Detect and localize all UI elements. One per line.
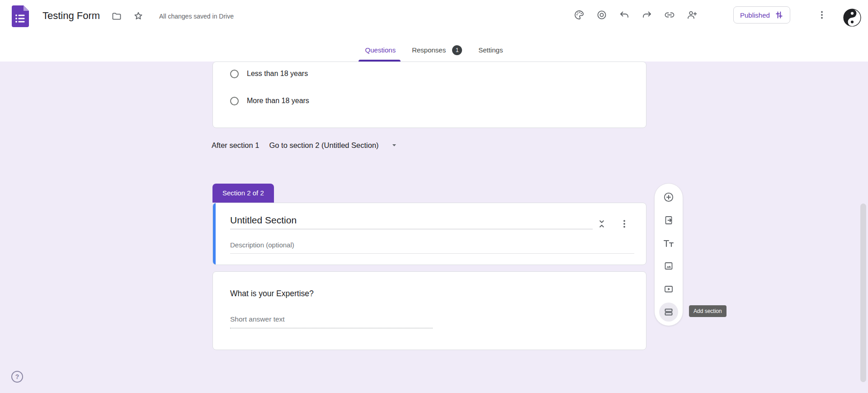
image-icon	[663, 260, 674, 271]
undo-icon	[619, 9, 630, 20]
selected-card-stripe	[213, 203, 216, 265]
section-branching-row: After section 1 Go to section 2 (Untitle…	[212, 138, 398, 152]
move-to-folder-button[interactable]	[108, 7, 126, 25]
add-section-icon	[663, 307, 674, 317]
radio-option-row: More than 18 years	[230, 95, 309, 106]
form-title[interactable]: Testing Form	[42, 9, 100, 22]
forms-logo-icon[interactable]	[12, 5, 29, 27]
title-underline	[230, 229, 593, 229]
link-icon	[664, 9, 675, 20]
scrollbar-thumb[interactable]	[860, 204, 866, 382]
tab-settings-label: Settings	[478, 46, 503, 54]
star-button[interactable]	[129, 7, 147, 25]
add-section-tooltip: Add section	[689, 305, 726, 317]
palette-icon	[574, 9, 585, 20]
add-question-button[interactable]	[659, 188, 678, 207]
short-answer-placeholder: Short answer text	[230, 315, 285, 323]
add-title-button[interactable]	[659, 234, 678, 253]
undo-button[interactable]	[615, 6, 633, 24]
more-vertical-icon	[816, 9, 827, 20]
account-avatar[interactable]	[843, 9, 861, 27]
tab-responses-label: Responses	[412, 46, 446, 54]
person-add-icon	[687, 9, 698, 20]
tab-responses[interactable]: Responses 1	[411, 38, 463, 62]
redo-icon	[642, 9, 652, 20]
question-title[interactable]: What is your Expertise?	[230, 289, 314, 298]
branching-select[interactable]: Go to section 2 (Untitled Section)	[269, 141, 378, 150]
video-icon	[663, 284, 674, 294]
forms-editor-page: Testing Form All changes saved in Drive	[0, 0, 868, 393]
radio-circle[interactable]	[230, 97, 239, 105]
option-label[interactable]: Less than 18 years	[247, 70, 308, 78]
published-button[interactable]: Published	[733, 6, 790, 24]
tab-bar: Questions Responses 1 Settings	[0, 38, 868, 62]
import-questions-button[interactable]	[659, 211, 678, 230]
more-options-button[interactable]	[813, 6, 831, 24]
section-header-card[interactable]: Untitled Section Description (optional)	[212, 203, 646, 265]
save-status[interactable]: All changes saved in Drive	[159, 13, 234, 20]
copy-link-button[interactable]	[660, 6, 679, 24]
redo-button[interactable]	[638, 6, 656, 24]
more-vertical-icon	[619, 218, 630, 229]
add-video-button[interactable]	[659, 279, 678, 298]
add-collaborators-button[interactable]	[683, 6, 701, 24]
tab-settings[interactable]: Settings	[477, 38, 504, 62]
add-image-button[interactable]	[659, 256, 678, 275]
preview-eye-icon	[596, 9, 607, 20]
question-card-expertise[interactable]: What is your Expertise? Short answer tex…	[212, 271, 646, 350]
import-questions-icon	[663, 215, 674, 226]
preview-button[interactable]	[593, 6, 611, 24]
published-label: Published	[740, 11, 770, 19]
publish-settings-icon	[774, 10, 783, 19]
section-menu-button[interactable]	[615, 215, 633, 233]
radio-circle[interactable]	[230, 70, 239, 78]
add-section-button[interactable]	[659, 303, 678, 322]
folder-icon	[111, 11, 122, 22]
section-badge: Section 2 of 2	[212, 184, 274, 203]
tab-questions-label: Questions	[365, 46, 396, 54]
collapse-section-button[interactable]	[593, 215, 611, 233]
branching-label: After section 1	[212, 141, 259, 150]
question-card-age[interactable]: Less than 18 years More than 18 years	[212, 62, 646, 128]
responses-count-badge: 1	[452, 45, 462, 55]
section-description-field[interactable]: Description (optional)	[230, 241, 294, 249]
collapse-icon	[596, 218, 607, 229]
theme-button[interactable]	[570, 6, 588, 24]
help-question-mark: ?	[15, 373, 19, 380]
answer-underline	[230, 328, 433, 328]
dropdown-arrow-icon[interactable]	[391, 142, 398, 149]
add-circle-icon	[663, 192, 674, 203]
help-button[interactable]: ?	[11, 371, 23, 383]
star-icon	[133, 11, 144, 22]
insert-toolbar	[654, 183, 683, 326]
section-title-field[interactable]: Untitled Section	[230, 215, 297, 226]
tab-questions[interactable]: Questions	[364, 38, 397, 62]
option-label[interactable]: More than 18 years	[247, 97, 309, 105]
add-title-icon	[663, 238, 675, 249]
description-underline	[230, 253, 634, 254]
radio-option-row: Less than 18 years	[230, 68, 308, 79]
